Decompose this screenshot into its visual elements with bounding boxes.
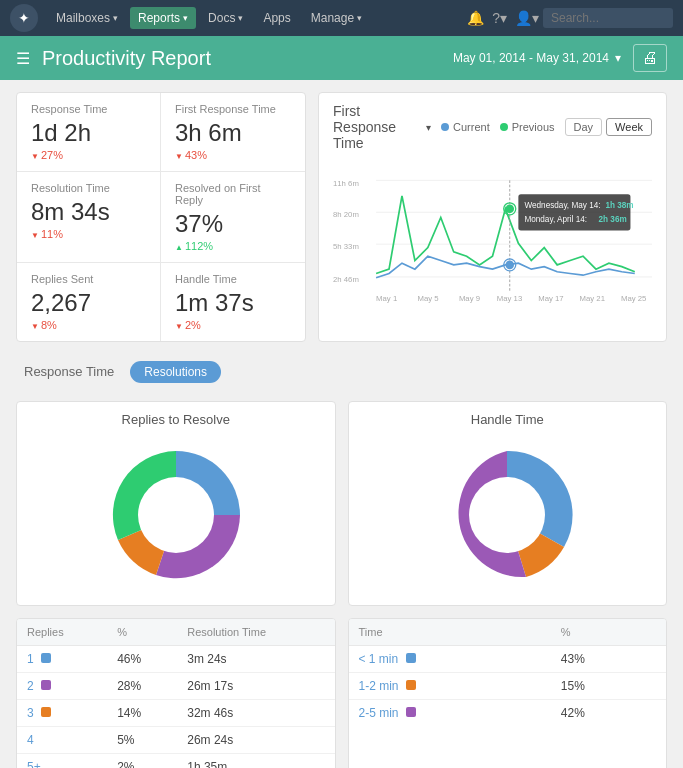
donut-title: Replies to Resolve — [31, 412, 321, 427]
tabs-row: Response Time Resolutions — [16, 354, 667, 389]
row-time: 1h 35m — [177, 754, 334, 769]
row-pct: 46% — [107, 646, 177, 673]
print-button[interactable]: 🖨 — [633, 44, 667, 72]
svg-text:5h 33m: 5h 33m — [333, 242, 359, 251]
svg-text:Monday, April 14:: Monday, April 14: — [524, 215, 587, 224]
color-indicator — [41, 680, 51, 690]
row-id: 2-5 min — [349, 700, 551, 727]
svg-text:11h 6m: 11h 6m — [333, 179, 359, 188]
row-time: 3m 24s — [177, 646, 334, 673]
chevron-icon: ▾ — [357, 13, 362, 23]
nav-logo[interactable]: ✦ — [10, 4, 38, 32]
tab-resolutions[interactable]: Resolutions — [130, 361, 221, 383]
legend-current: Current — [441, 121, 490, 133]
col-time: Time — [349, 619, 551, 646]
row-id: 5+ — [17, 754, 107, 769]
volume-icon[interactable]: 🔔 — [467, 10, 484, 26]
col-pct: % — [107, 619, 177, 646]
day-button[interactable]: Day — [565, 118, 603, 136]
nav-icons: 🔔 ?▾ 👤▾ — [467, 10, 539, 26]
svg-text:May 25: May 25 — [621, 294, 646, 303]
metric-label: Resolution Time — [31, 182, 146, 194]
chart-legend: Current Previous — [441, 121, 554, 133]
metric-replies-sent: Replies Sent 2,267 8% — [17, 263, 161, 341]
svg-text:May 5: May 5 — [417, 294, 438, 303]
row-pct: 5% — [107, 727, 177, 754]
nav-docs[interactable]: Docs ▾ — [200, 7, 251, 29]
col-resolution-time: Resolution Time — [177, 619, 334, 646]
handle-time-chart: Handle Time — [348, 401, 668, 606]
svg-text:2h 46m: 2h 46m — [333, 275, 359, 284]
nav-apps[interactable]: Apps — [255, 7, 298, 29]
arrow-down-icon — [175, 319, 183, 331]
svg-text:8h 20m: 8h 20m — [333, 210, 359, 219]
row-id: < 1 min — [349, 646, 551, 673]
nav-reports[interactable]: Reports ▾ — [130, 7, 196, 29]
col-pct: % — [551, 619, 666, 646]
table-row: 1-2 min 15% — [349, 673, 667, 700]
tab-response-time[interactable]: Response Time — [16, 360, 122, 383]
handle-time-table: Time % < 1 min 43% 1-2 min 15% 2-5 min — [348, 618, 668, 768]
metric-value: 1m 37s — [175, 289, 291, 317]
color-indicator — [406, 707, 416, 717]
user-icon[interactable]: 👤▾ — [515, 10, 539, 26]
tables-row: Replies % Resolution Time 1 46% 3m 24s 2… — [16, 618, 667, 768]
nav-manage[interactable]: Manage ▾ — [303, 7, 370, 29]
metric-resolution: Resolution Time 8m 34s 11% — [17, 172, 161, 263]
arrow-down-icon — [31, 149, 39, 161]
nav-mailboxes[interactable]: Mailboxes ▾ — [48, 7, 126, 29]
donut-title: Handle Time — [363, 412, 653, 427]
color-indicator — [41, 707, 51, 717]
chevron-down-icon: ▾ — [426, 122, 431, 133]
row-pct: 15% — [551, 673, 666, 700]
metric-label: Replies Sent — [31, 273, 146, 285]
svg-text:Wednesday, May 14:: Wednesday, May 14: — [524, 201, 600, 210]
svg-rect-18 — [518, 194, 630, 230]
chevron-icon: ▾ — [238, 13, 243, 23]
row-pct: 43% — [551, 646, 666, 673]
arrow-down-icon — [31, 319, 39, 331]
top-row: Response Time 1d 2h 27% First Response T… — [16, 92, 667, 342]
legend-previous: Previous — [500, 121, 555, 133]
svg-point-23 — [138, 477, 214, 553]
row-time: 32m 46s — [177, 700, 334, 727]
chart-title[interactable]: First Response Time ▾ — [333, 103, 431, 151]
current-dot — [441, 123, 449, 131]
svg-point-24 — [469, 477, 545, 553]
row-id: 3 — [17, 700, 107, 727]
metric-label: Handle Time — [175, 273, 291, 285]
metrics-panel: Response Time 1d 2h 27% First Response T… — [16, 92, 306, 342]
search-input[interactable] — [543, 8, 673, 28]
chevron-down-icon: ▾ — [615, 51, 621, 65]
replies-to-resolve-chart: Replies to Resolve — [16, 401, 336, 606]
metric-change: 8% — [31, 319, 146, 331]
date-range[interactable]: May 01, 2014 - May 31, 2014 ▾ — [453, 51, 621, 65]
table-row: 5+ 2% 1h 35m — [17, 754, 335, 769]
main-content: Response Time 1d 2h 27% First Response T… — [0, 80, 683, 768]
table-row: 2-5 min 42% — [349, 700, 667, 727]
arrow-down-icon — [175, 149, 183, 161]
first-response-chart: First Response Time ▾ Current Previous D… — [318, 92, 667, 342]
metric-change: 11% — [31, 228, 146, 240]
metric-response-time: Response Time 1d 2h 27% — [17, 93, 161, 172]
metric-change: 27% — [31, 149, 146, 161]
table-row: < 1 min 43% — [349, 646, 667, 673]
svg-text:May 13: May 13 — [497, 294, 522, 303]
row-id: 2 — [17, 673, 107, 700]
handle-donut — [427, 435, 587, 595]
metric-value: 1d 2h — [31, 119, 146, 147]
metric-value: 2,267 — [31, 289, 146, 317]
chevron-icon: ▾ — [183, 13, 188, 23]
replies-donut — [96, 435, 256, 595]
menu-icon[interactable]: ☰ — [16, 49, 30, 68]
metric-first-response: First Response Time 3h 6m 43% — [161, 93, 305, 172]
col-replies: Replies — [17, 619, 107, 646]
row-id: 1-2 min — [349, 673, 551, 700]
row-time: 26m 24s — [177, 727, 334, 754]
table-row: 3 14% 32m 46s — [17, 700, 335, 727]
help-icon[interactable]: ?▾ — [492, 10, 507, 26]
chart-header: First Response Time ▾ Current Previous D… — [333, 103, 652, 151]
week-button[interactable]: Week — [606, 118, 652, 136]
metric-change: 2% — [175, 319, 291, 331]
metric-label: Response Time — [31, 103, 146, 115]
